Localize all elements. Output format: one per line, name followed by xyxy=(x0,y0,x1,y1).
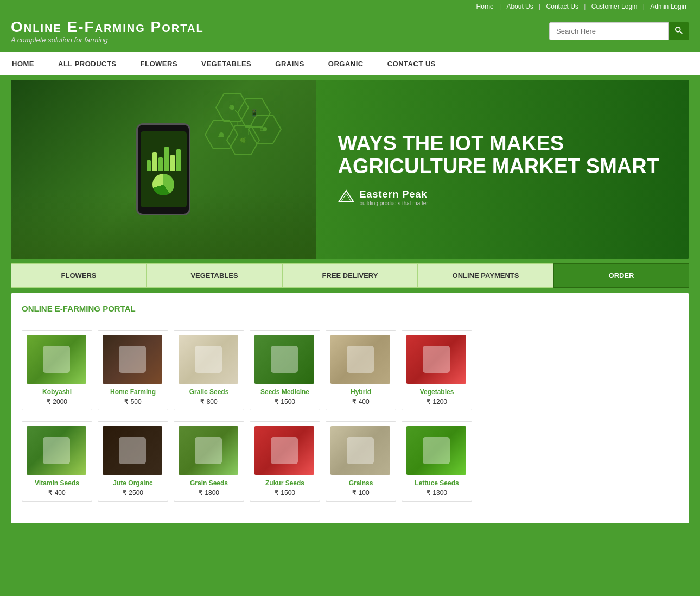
svg-rect-22 xyxy=(43,346,70,373)
product-name[interactable]: Gralic Seeds xyxy=(179,388,239,396)
svg-line-1 xyxy=(680,31,682,34)
product-image xyxy=(254,335,314,384)
pie-chart xyxy=(152,174,174,195)
svg-marker-20 xyxy=(339,191,353,201)
product-image xyxy=(330,335,390,384)
product-image xyxy=(406,426,466,475)
search-icon xyxy=(675,27,683,34)
product-name[interactable]: Kobyashi xyxy=(27,388,87,396)
product-card: Grain Seeds ₹ 1800 xyxy=(174,421,244,502)
contact-link[interactable]: Contact Us xyxy=(546,3,578,10)
product-image xyxy=(103,335,162,384)
tab-online-payments[interactable]: ONLINE PAYMENTS xyxy=(418,263,553,288)
product-price: ₹ 2500 xyxy=(103,489,163,497)
tab-vegetables[interactable]: VEGETABLES xyxy=(147,263,282,288)
brand-name: Eastern Peak xyxy=(360,189,428,200)
search-area xyxy=(549,22,689,40)
nav-all-products[interactable]: ALL PRODUCTS xyxy=(46,52,129,75)
product-image xyxy=(254,426,314,475)
home-link[interactable]: Home xyxy=(476,3,494,10)
about-link[interactable]: About Us xyxy=(506,3,533,10)
product-price: ₹ 800 xyxy=(179,398,239,405)
product-name[interactable]: Seeds Medicine xyxy=(254,388,315,396)
product-card: Seeds Medicine ₹ 1500 xyxy=(250,330,320,410)
brand-logo-icon xyxy=(338,189,354,206)
customer-login-link[interactable]: Customer Login xyxy=(591,3,638,10)
product-name[interactable]: Vitamin Seeds xyxy=(27,479,87,487)
svg-rect-31 xyxy=(271,437,298,464)
tab-order[interactable]: ORDER xyxy=(553,263,689,288)
hero-headline: Ways the IOT Makes Agriculture Market Sm… xyxy=(338,132,668,178)
product-name[interactable]: Zukur Seeds xyxy=(254,479,315,487)
product-card: Jute Orgainc ₹ 2500 xyxy=(98,421,168,502)
header: Online E-Farming Portal A complete solut… xyxy=(0,13,700,52)
product-name[interactable]: Jute Orgainc xyxy=(103,479,163,487)
svg-rect-26 xyxy=(347,346,374,373)
svg-rect-33 xyxy=(423,437,450,464)
product-card: Gralic Seeds ₹ 800 xyxy=(174,330,244,410)
banner-tabs: FLOWERS VEGETABLES FREE DELIVERY ONLINE … xyxy=(11,263,689,288)
product-card: Hybrid ₹ 400 xyxy=(326,330,396,410)
svg-rect-29 xyxy=(119,437,146,464)
svg-rect-25 xyxy=(271,346,298,373)
product-image xyxy=(330,426,390,475)
product-name[interactable]: Grainss xyxy=(330,479,391,487)
nav-organic[interactable]: ORGANIC xyxy=(316,52,376,75)
tab-flowers[interactable]: FLOWERS xyxy=(11,263,147,288)
product-price: ₹ 400 xyxy=(27,489,87,497)
product-price: ₹ 1800 xyxy=(179,489,239,497)
svg-rect-27 xyxy=(423,346,450,373)
product-card: Lettuce Seeds ₹ 1300 xyxy=(402,421,472,502)
hex-decoration: ♻ 📱 ☁ 🌿 ⚙ xyxy=(192,88,300,199)
nav-contact[interactable]: CONTACT US xyxy=(376,52,448,75)
svg-text:🌿: 🌿 xyxy=(239,137,246,144)
nav-home[interactable]: HOME xyxy=(0,52,46,75)
brand-tagline: building products that matter xyxy=(360,200,428,206)
svg-rect-28 xyxy=(43,437,70,464)
product-image xyxy=(27,335,86,384)
product-image xyxy=(179,426,238,475)
product-price: ₹ 400 xyxy=(330,398,391,405)
tab-free-delivery[interactable]: FREE DELIVERY xyxy=(282,263,418,288)
product-card: Vitamin Seeds ₹ 400 xyxy=(22,421,92,502)
product-card: Zukur Seeds ₹ 1500 xyxy=(250,421,320,502)
svg-text:⚙: ⚙ xyxy=(259,126,264,132)
product-image xyxy=(27,426,86,475)
nav-grains[interactable]: GRAINS xyxy=(263,52,316,75)
admin-login-link[interactable]: Admin Login xyxy=(650,3,686,10)
site-title: Online E-Farming Portal xyxy=(11,18,204,36)
product-price: ₹ 1300 xyxy=(406,489,467,497)
main-content: ONLINE E-FARMING PORTAL Kobyashi ₹ 2000 … xyxy=(11,293,689,523)
product-grid-row1: Kobyashi ₹ 2000 Home Farming ₹ 500 Grali… xyxy=(22,330,678,410)
svg-text:📱: 📱 xyxy=(250,109,258,117)
product-name[interactable]: Lettuce Seeds xyxy=(406,479,467,487)
hero-right: Ways the IOT Makes Agriculture Market Sm… xyxy=(316,111,690,228)
product-price: ₹ 1500 xyxy=(254,489,315,497)
phone-mockup xyxy=(136,123,190,215)
product-card: Vegetables ₹ 1200 xyxy=(402,330,472,410)
svg-text:☁: ☁ xyxy=(218,131,224,138)
product-image xyxy=(103,426,162,475)
nav-vegetables[interactable]: VEGETABLES xyxy=(189,52,263,75)
hero-left: ♻ 📱 ☁ 🌿 ⚙ xyxy=(11,80,316,259)
product-grid-row2: Vitamin Seeds ₹ 400 Jute Orgainc ₹ 2500 … xyxy=(22,421,678,502)
svg-rect-30 xyxy=(195,437,222,464)
product-price: ₹ 1200 xyxy=(406,398,467,405)
nav: HOME ALL PRODUCTS FLOWERS VEGETABLES GRA… xyxy=(0,52,700,75)
product-price: ₹ 2000 xyxy=(27,398,87,405)
top-bar: Home | About Us | Contact Us | Customer … xyxy=(0,0,700,13)
product-card: Home Farming ₹ 500 xyxy=(98,330,168,410)
hero-brand: Eastern Peak building products that matt… xyxy=(338,189,668,206)
product-name[interactable]: Hybrid xyxy=(330,388,391,396)
search-button[interactable] xyxy=(669,22,689,40)
product-name[interactable]: Home Farming xyxy=(103,388,163,396)
svg-text:♻: ♻ xyxy=(228,104,234,111)
logo-area: Online E-Farming Portal A complete solut… xyxy=(11,18,204,44)
svg-rect-24 xyxy=(195,346,222,373)
search-input[interactable] xyxy=(549,22,669,40)
section-title: ONLINE E-FARMING PORTAL xyxy=(22,304,678,319)
nav-flowers[interactable]: FLOWERS xyxy=(129,52,190,75)
product-name[interactable]: Vegetables xyxy=(406,388,467,396)
product-name[interactable]: Grain Seeds xyxy=(179,479,239,487)
bar-chart xyxy=(147,144,181,171)
